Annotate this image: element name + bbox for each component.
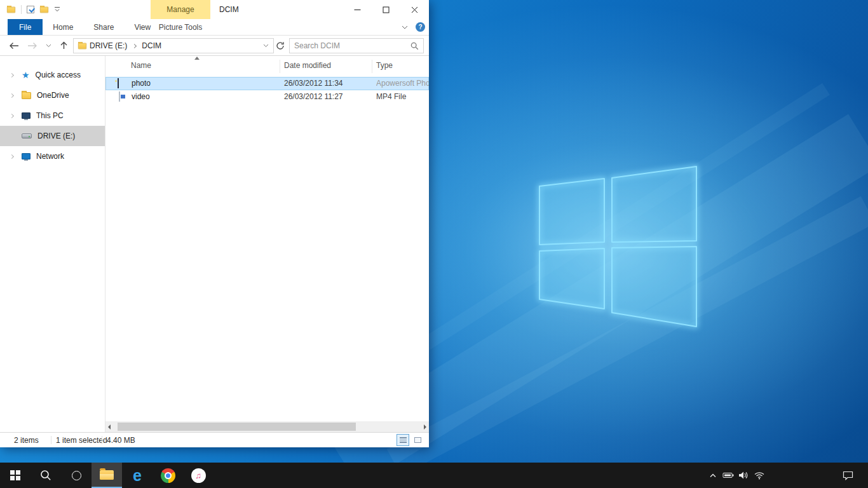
desktop[interactable]: Manage DCIM File Home Share View Picture (0, 0, 868, 488)
scrollbar-thumb[interactable] (118, 423, 356, 431)
search-icon[interactable] (410, 42, 419, 50)
window-controls (343, 0, 429, 19)
quick-access-toolbar (0, 5, 60, 14)
address-bar[interactable]: DRIVE (E:) DCIM (73, 38, 274, 53)
action-center-button[interactable] (840, 463, 855, 488)
column-separator[interactable] (372, 60, 372, 73)
file-rows: photo 26/03/2012 11:34 Apowersoft Pho vi… (105, 77, 429, 104)
cortana-button[interactable] (61, 463, 92, 488)
file-row-video[interactable]: video 26/03/2012 11:27 MP4 File (105, 90, 429, 104)
start-button[interactable] (0, 463, 31, 488)
expand-chevron-icon[interactable] (10, 154, 14, 158)
tab-picture-tools[interactable]: Picture Tools (151, 19, 210, 35)
file-name[interactable]: photo (132, 79, 151, 88)
large-icons-view-toggle[interactable] (411, 434, 424, 446)
minimize-button[interactable] (343, 0, 372, 19)
items-count: 2 items (14, 436, 39, 445)
itunes-button[interactable]: ♫ (183, 463, 214, 488)
back-button-icon[interactable] (9, 42, 19, 50)
file-name[interactable]: video (132, 92, 150, 101)
title-bar[interactable]: Manage DCIM (0, 0, 429, 19)
this-pc-icon (22, 112, 31, 119)
large-icons-view-icon (414, 437, 421, 443)
file-explorer-taskbar-button[interactable] (92, 463, 122, 488)
ribbon-tab-row: File Home Share View Picture Tools ? (0, 19, 429, 36)
maximize-button[interactable] (372, 0, 400, 19)
ribbon-right-controls: ? (402, 19, 425, 35)
expand-chevron-icon[interactable] (10, 113, 14, 118)
sidebar-item-label: Quick access (36, 71, 81, 79)
search-input[interactable] (290, 41, 410, 50)
tray-battery-button[interactable] (721, 463, 736, 488)
collapse-ribbon-chevron-icon[interactable] (402, 25, 408, 29)
status-bar: 2 items 1 item selected 4.40 MB (0, 432, 429, 447)
refresh-button-icon[interactable] (276, 41, 285, 50)
drive-icon (22, 133, 32, 139)
manage-label: Manage (166, 5, 194, 14)
tab-file[interactable]: File (8, 19, 43, 35)
search-icon (40, 470, 51, 481)
photo-file-icon (118, 78, 119, 88)
up-button-icon[interactable] (60, 41, 68, 50)
file-row-photo[interactable]: photo 26/03/2012 11:34 Apowersoft Pho (105, 77, 429, 90)
column-header-date-modified[interactable]: Date modified (284, 61, 331, 70)
sort-ascending-icon[interactable] (194, 57, 200, 60)
wifi-icon (754, 471, 764, 480)
tab-home[interactable]: Home (43, 19, 83, 35)
taskbar-search-button[interactable] (31, 463, 61, 488)
navigation-pane: ★ Quick access OneDrive This PC DRIVE (E… (0, 56, 105, 432)
sidebar-item-network[interactable]: Network (0, 146, 105, 166)
properties-button-icon[interactable] (27, 6, 34, 13)
details-view-toggle[interactable] (397, 434, 409, 446)
breadcrumb-chevron-icon[interactable] (132, 43, 137, 48)
toolbar-separator (21, 5, 22, 14)
new-folder-button-icon[interactable] (40, 6, 48, 13)
expand-chevron-icon[interactable] (10, 93, 14, 97)
windows-start-icon (10, 470, 20, 480)
tab-share[interactable]: Share (83, 19, 124, 35)
sidebar-item-drive-e[interactable]: DRIVE (E:) (0, 126, 105, 146)
quick-access-star-icon: ★ (22, 71, 30, 79)
file-list-area[interactable]: Name Date modified Type photo 26/03/2012… (105, 56, 429, 432)
taskbar: e ♫ (0, 463, 868, 488)
scroll-left-arrow-icon[interactable] (108, 424, 111, 430)
expand-chevron-icon[interactable] (10, 72, 14, 77)
action-center-icon (843, 471, 853, 480)
explorer-system-icon[interactable] (7, 6, 15, 13)
column-header-name[interactable]: Name (131, 61, 151, 70)
battery-icon (722, 471, 734, 479)
breadcrumb-folder[interactable]: DCIM (142, 41, 161, 50)
video-file-icon (119, 92, 120, 102)
horizontal-scrollbar[interactable] (105, 421, 429, 432)
tray-network-button[interactable] (752, 463, 767, 488)
address-folder-icon (78, 43, 86, 49)
tray-volume-button[interactable] (735, 463, 750, 488)
help-icon[interactable]: ? (416, 22, 425, 32)
recent-locations-chevron-icon[interactable] (46, 44, 51, 48)
internet-explorer-button[interactable]: e (122, 463, 153, 488)
status-separator (51, 436, 51, 444)
manage-contextual-group[interactable]: Manage (151, 0, 210, 19)
close-button[interactable] (400, 0, 429, 19)
sidebar-item-onedrive[interactable]: OneDrive (0, 85, 105, 105)
sidebar-item-quick-access[interactable]: ★ Quick access (0, 65, 105, 85)
column-headers: Name Date modified Type (105, 58, 429, 74)
sidebar-item-this-pc[interactable]: This PC (0, 105, 105, 126)
tray-show-hidden-icons-button[interactable] (705, 463, 721, 488)
window-title: DCIM (219, 0, 239, 19)
sidebar-item-label: Network (36, 152, 64, 161)
column-separator[interactable] (280, 60, 280, 73)
file-date-modified: 26/03/2012 11:27 (284, 92, 343, 101)
search-box[interactable] (289, 38, 424, 53)
breadcrumb-drive[interactable]: DRIVE (E:) (90, 41, 127, 50)
customize-qat-chevron-icon[interactable] (54, 7, 60, 12)
address-dropdown-chevron-icon[interactable] (263, 44, 269, 48)
address-row: DRIVE (E:) DCIM (0, 36, 429, 56)
column-header-type[interactable]: Type (376, 61, 393, 70)
chevron-up-icon (709, 473, 717, 478)
internet-explorer-icon: e (133, 468, 142, 484)
chrome-button[interactable] (153, 463, 183, 488)
forward-button-icon[interactable] (27, 42, 37, 50)
scroll-right-arrow-icon[interactable] (424, 424, 426, 430)
network-icon (22, 153, 31, 159)
